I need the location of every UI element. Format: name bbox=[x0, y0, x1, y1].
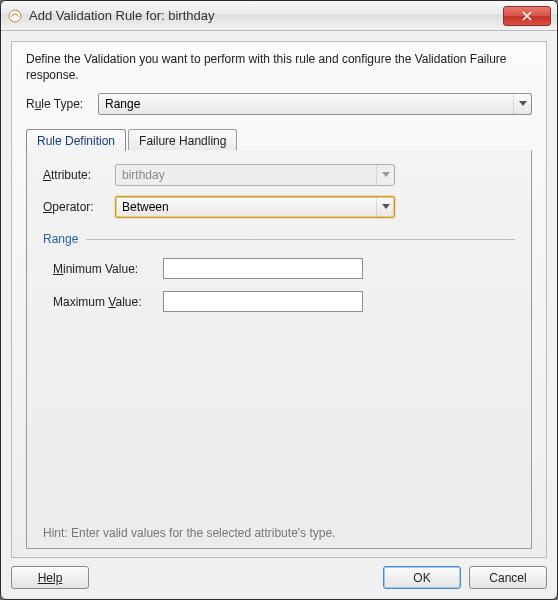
maximum-value-label: Maximum Value: bbox=[53, 295, 163, 309]
attribute-select: birthday bbox=[115, 164, 395, 186]
rule-type-select[interactable]: Range bbox=[98, 93, 532, 115]
tab-failure-handling-label: Failure Handling bbox=[139, 134, 226, 148]
legend-line bbox=[86, 239, 515, 240]
minimum-value-input[interactable] bbox=[163, 258, 363, 279]
tab-failure-handling[interactable]: Failure Handling bbox=[128, 129, 237, 151]
attribute-value: birthday bbox=[122, 168, 165, 182]
svg-point-0 bbox=[9, 10, 21, 22]
operator-select[interactable]: Between bbox=[115, 196, 395, 218]
minimum-value-label: Minimum Value: bbox=[53, 262, 163, 276]
rule-type-value: Range bbox=[105, 97, 140, 111]
ok-label: OK bbox=[413, 571, 430, 585]
operator-row: Operator: Between bbox=[43, 196, 515, 218]
range-fieldset: Range Minimum Value: Maximum Value: bbox=[43, 232, 515, 324]
app-icon bbox=[7, 8, 23, 24]
main-panel: Define the Validation you want to perfor… bbox=[11, 41, 547, 558]
maximum-value-row: Maximum Value: bbox=[53, 291, 515, 312]
hint-text: Hint: Enter valid values for the selecte… bbox=[43, 518, 515, 540]
operator-value: Between bbox=[122, 200, 169, 214]
instruction-text: Define the Validation you want to perfor… bbox=[26, 52, 532, 83]
rule-type-label: Rule Type: bbox=[26, 97, 98, 111]
tab-strip: Rule Definition Failure Handling bbox=[26, 127, 532, 151]
tab-rule-definition[interactable]: Rule Definition bbox=[26, 129, 126, 151]
help-label: Help bbox=[38, 571, 63, 585]
tab-rule-definition-label: Rule Definition bbox=[37, 134, 115, 148]
close-button[interactable] bbox=[503, 6, 551, 26]
operator-label: Operator: bbox=[43, 200, 115, 214]
chevron-down-icon bbox=[513, 94, 531, 114]
help-button[interactable]: Help bbox=[11, 566, 89, 589]
cancel-label: Cancel bbox=[489, 571, 526, 585]
button-bar: Help OK Cancel bbox=[11, 558, 547, 589]
chevron-down-icon bbox=[376, 197, 394, 217]
attribute-label: Attribute: bbox=[43, 168, 115, 182]
dialog-body: Define the Validation you want to perfor… bbox=[1, 31, 557, 599]
range-legend-row: Range bbox=[43, 232, 515, 246]
range-legend: Range bbox=[43, 232, 86, 246]
attribute-row: Attribute: birthday bbox=[43, 164, 515, 186]
titlebar: Add Validation Rule for: birthday bbox=[1, 1, 557, 31]
chevron-down-icon bbox=[376, 165, 394, 185]
cancel-button[interactable]: Cancel bbox=[469, 566, 547, 589]
maximum-value-input[interactable] bbox=[163, 291, 363, 312]
dialog-window: Add Validation Rule for: birthday Define… bbox=[0, 0, 558, 600]
rule-type-row: Rule Type: Range bbox=[26, 93, 532, 115]
ok-button[interactable]: OK bbox=[383, 566, 461, 589]
dialog-title: Add Validation Rule for: birthday bbox=[29, 8, 503, 23]
tab-content: Attribute: birthday Operator: Between bbox=[26, 150, 532, 549]
minimum-value-row: Minimum Value: bbox=[53, 258, 515, 279]
